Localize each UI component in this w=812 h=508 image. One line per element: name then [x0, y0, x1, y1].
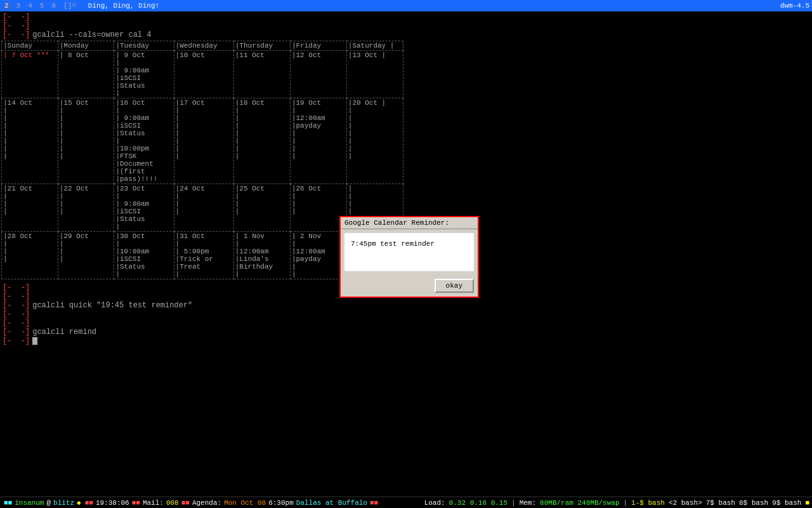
day-1nov: | 1 Nov||12:00am|Linda's|Birthday| — [233, 232, 290, 279]
cmd-gcalcli: gcalcli --cals=owner cal 4 — [32, 30, 151, 39]
calendar-header-row: |Sunday |Monday |Tuesday |Wednesday |Thu… — [2, 41, 403, 51]
status-load-values: 0.32 0.16 0.15 — [449, 499, 508, 507]
status-user: insanum — [15, 499, 44, 507]
status-mem-label: Mem: — [520, 499, 536, 507]
col-wednesday: |Wednesday — [174, 41, 233, 51]
bterm-line-7: [- -] — [3, 337, 809, 345]
dialog-titlebar: Google Calendar Reminder: — [341, 217, 478, 229]
status-agenda-event: Dallas at Buffalo — [296, 499, 367, 507]
day-28oct: |28 Oct||| — [2, 232, 58, 279]
day-15oct: |15 Oct||||||| — [58, 98, 114, 184]
status-squares5: ■■ — [370, 499, 378, 507]
reminder-dialog: Google Calendar Reminder: 7:45pm test re… — [339, 216, 479, 298]
col-monday: |Monday — [58, 41, 114, 51]
dialog-body: 7:45pm test reminder — [344, 233, 474, 271]
day-17oct: |17 Oct||||||| — [174, 98, 233, 184]
day-31oct: |31 Oct|| 5:00pm|Trick or|Treat| — [174, 232, 233, 279]
status-squares4: ■■ — [181, 499, 190, 507]
calendar-week-1: | 7 Oct *** | 8 Oct | 9 Oct|| 9:00am|iSC… — [2, 51, 403, 98]
col-thursday: |Thursday — [233, 41, 290, 51]
tag-2[interactable]: 2 — [3, 2, 11, 10]
status-mail-count: 008 — [166, 499, 179, 507]
status-time: 19:38:06 — [96, 499, 129, 507]
status-left: ■■ insanum @ blitz ◆ — [0, 498, 81, 507]
titlebar-tags: 2 3 4 5 6 []= Ding, Ding, Ding! — [3, 2, 159, 10]
day-16oct: |16 Oct|| 9:00am|iSCSI|Status||10:00pm|F… — [114, 98, 174, 184]
day-25oct: |25 Oct||| — [233, 184, 290, 232]
col-sunday: |Sunday — [2, 41, 58, 51]
bterm-line-4: [- -] — [3, 310, 809, 319]
bash-tab-5[interactable]: 9$ bash — [772, 499, 801, 507]
tag-layout[interactable]: []= — [62, 2, 78, 10]
day-23oct: |23 Oct|| 9:00am|iSCSI|Status| — [114, 184, 174, 232]
day-10oct: |10 Oct — [174, 51, 233, 98]
col-friday: |Friday — [290, 41, 346, 51]
titlebar-title: Ding, Ding, Ding! — [88, 2, 159, 10]
day-21oct: |21 Oct||| — [2, 184, 58, 232]
status-end: ■ — [805, 499, 809, 507]
day-18oct: |18 Oct||||||| — [233, 98, 290, 184]
day-30oct: |30 Oct||10:00am|iSCSI|Status| — [114, 232, 174, 279]
statusbar: ■■ insanum @ blitz ◆ ■■ 19:38:06 ■■ Mail… — [0, 497, 812, 508]
status-agenda-day: Mon Oct 08 — [224, 499, 266, 507]
calendar-week-2: |14 Oct||||||| |15 Oct||||||| |16 Oct|| … — [2, 98, 403, 184]
col-saturday: |Saturday | — [346, 41, 403, 51]
cursor — [32, 337, 37, 345]
bterm-line-3: [- -] gcalcli quick "19:45 test reminder… — [3, 301, 809, 310]
day-14oct: |14 Oct||||||| — [2, 98, 58, 184]
day-13oct: |13 Oct | — [346, 51, 403, 98]
top-terminal: [- -] [- -] [- -] gcalcli --cals=owner c… — [0, 11, 812, 41]
dialog-message: 7:45pm test reminder — [351, 239, 468, 249]
dialog-ok-button[interactable]: okay — [435, 279, 474, 293]
status-mail-label: Mail: — [143, 499, 164, 507]
day-26oct: |26 Oct||| — [290, 184, 346, 232]
day-11oct: |11 Oct — [233, 51, 290, 98]
tag-4[interactable]: 4 — [26, 2, 34, 10]
cmd-gcalcli-quick: gcalcli quick "19:45 test reminder" — [32, 301, 192, 310]
tag-5[interactable]: 5 — [38, 2, 46, 10]
status-squares: ■■ — [4, 499, 12, 507]
day-20oct: |20 Oct |||||||| — [346, 98, 403, 184]
bterm-line-5: [- -] — [3, 319, 809, 328]
status-agenda-label: Agenda: — [192, 499, 221, 507]
cmd-gcalcli-remind: gcalcli remind — [32, 328, 96, 337]
bterm-line-6: [- -] gcalcli remind — [3, 328, 809, 337]
day-8oct: | 8 Oct — [58, 51, 114, 98]
bash-tab-4[interactable]: 8$ bash — [739, 499, 768, 507]
day-12oct: |12 Oct — [290, 51, 346, 98]
status-squares3: ■■ — [132, 499, 140, 507]
wm-version: dwm-4.5 — [780, 2, 809, 10]
status-right: Load: 0.32 0.16 0.15 | Mem: 80MB/ram 248… — [424, 499, 812, 507]
status-mem-values: 80MB/ram 248MB/swap — [540, 499, 619, 507]
day-24oct: |24 Oct||| — [174, 184, 233, 232]
day-29oct: |29 Oct||| — [58, 232, 114, 279]
term-line-1: [- -] — [3, 13, 809, 22]
col-tuesday: |Tuesday — [114, 41, 174, 51]
day-7oct: | 7 Oct *** — [2, 51, 58, 98]
dialog-footer: okay — [341, 275, 478, 297]
status-bracket: ◆ — [77, 498, 81, 507]
day-9oct: | 9 Oct|| 9:00am|iSCSI|Status| — [114, 51, 174, 98]
status-at: @ — [46, 499, 51, 507]
status-load-label: Load: — [424, 499, 445, 507]
tag-6[interactable]: 6 — [49, 2, 58, 10]
bracket-left-1: [ — [3, 13, 7, 22]
day-22oct: |22 Oct||| — [58, 184, 114, 232]
term-line-3: [- -] gcalcli --cals=owner cal 4 — [3, 30, 809, 39]
dialog-title: Google Calendar Reminder: — [344, 219, 449, 227]
status-host: blitz — [53, 499, 74, 507]
tag-3[interactable]: 3 — [15, 2, 23, 10]
term-line-2: [- -] — [3, 22, 809, 30]
status-center: ■■ 19:38:06 ■■ Mail: 008 ■■ Agenda: Mon … — [81, 499, 424, 507]
bash-tab-2[interactable]: <2 bash> — [669, 499, 702, 507]
titlebar: 2 3 4 5 6 []= Ding, Ding, Ding! dwm-4.5 — [0, 0, 812, 11]
status-squares2: ■■ — [85, 499, 93, 507]
day-19oct: |19 Oct||12:00am|payday|||| — [290, 98, 346, 184]
bash-tab-1[interactable]: 1-$ bash — [631, 499, 665, 507]
bash-tab-3[interactable]: 7$ bash — [706, 499, 735, 507]
day-2nov: | 2 Nov||12:00am|payday|| — [290, 232, 346, 279]
status-agenda-time: 6:30pm — [268, 499, 294, 507]
